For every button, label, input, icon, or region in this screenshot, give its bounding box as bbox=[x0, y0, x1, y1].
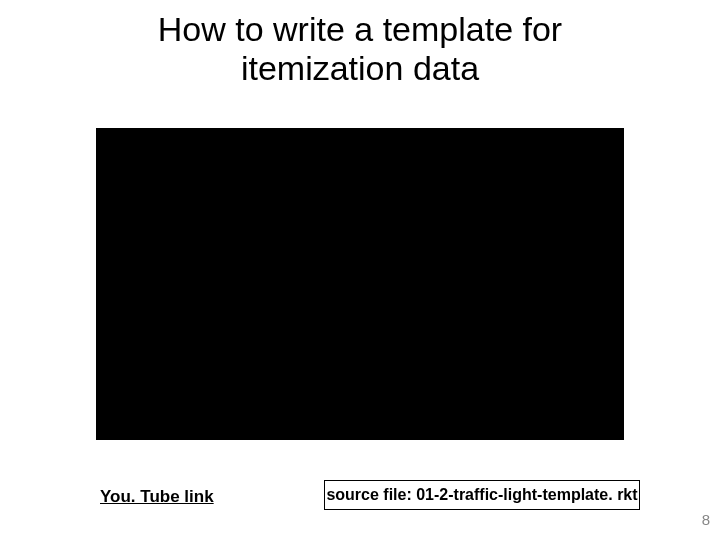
page-number: 8 bbox=[702, 511, 710, 528]
video-placeholder[interactable] bbox=[96, 128, 624, 440]
source-file-box: source file: 01-2-traffic-light-template… bbox=[324, 480, 640, 510]
slide-title: How to write a template for itemization … bbox=[0, 10, 720, 88]
youtube-link[interactable]: You. Tube link bbox=[100, 487, 214, 507]
